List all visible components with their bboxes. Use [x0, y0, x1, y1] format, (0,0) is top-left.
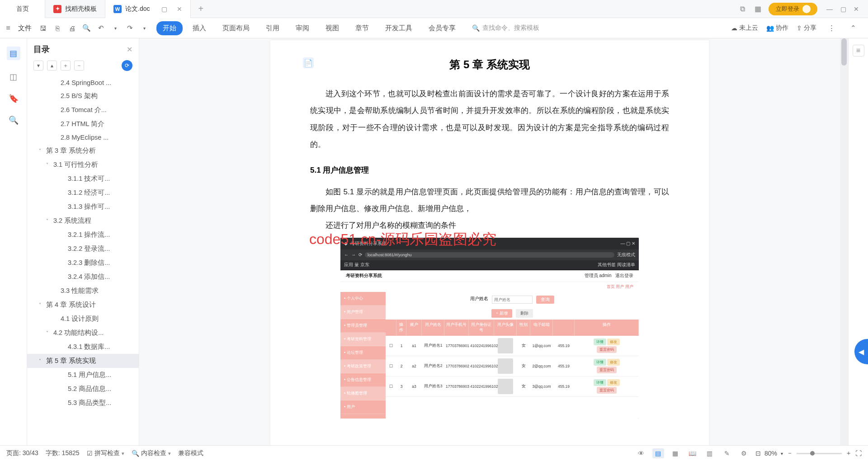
sync-icon[interactable]: ⟳ — [122, 60, 132, 71]
collapse-ribbon-icon[interactable]: ⌃ — [846, 21, 860, 35]
zoom-in-icon[interactable]: ＋ — [845, 449, 852, 457]
print-icon[interactable]: 🖨 — [65, 21, 79, 35]
outline-item[interactable]: 3.2.3 删除信... — [27, 256, 139, 270]
outline-item[interactable]: 3.2.2 登录流... — [27, 242, 139, 256]
bookmark-icon[interactable]: 🔖 — [9, 94, 19, 103]
view-web-icon[interactable]: ▥ — [704, 448, 716, 458]
file-menu[interactable]: 文件 — [14, 24, 35, 33]
preview-icon[interactable]: 🔍 — [80, 21, 93, 35]
cloud-status[interactable]: ☁未上云 — [731, 24, 758, 32]
zoom-slider[interactable] — [797, 453, 842, 454]
document-viewport[interactable]: 📄 第 5 章 系统实现 进入到这个环节，也就可以及时检查出前面设计的需求是否可… — [139, 38, 840, 445]
outline-item[interactable]: 3.2.4 添加信... — [27, 270, 139, 284]
tab-document[interactable]: W 论文.doc ▢ ✕ — [105, 0, 191, 18]
outline-item[interactable]: 3.2.1 操作流... — [27, 228, 139, 242]
ribbon-tab-start[interactable]: 开始 — [156, 21, 183, 35]
close-window-icon[interactable]: ✕ — [851, 5, 862, 13]
sb-words[interactable]: 字数: 15825 — [46, 449, 80, 457]
undo-more-icon[interactable]: ▾ — [108, 21, 122, 35]
outline-item[interactable]: ˅3.1 可行性分析 — [27, 158, 139, 172]
ribbon-tab-insert[interactable]: 插入 — [186, 21, 212, 35]
new-tab-button[interactable]: + — [191, 4, 211, 14]
hamburger-icon[interactable]: ≡ — [3, 24, 14, 32]
share-button[interactable]: ⇪分享 — [797, 24, 816, 32]
outline-item[interactable]: 3.3 性能需求 — [27, 284, 139, 298]
scrollbar-thumb[interactable] — [841, 38, 847, 66]
outline-item[interactable]: 4.1 设计原则 — [27, 312, 139, 326]
view-page-icon[interactable]: ▤ — [652, 448, 664, 458]
outline-item[interactable]: ˅3.2 系统流程 — [27, 214, 139, 228]
zoom-fit-icon[interactable]: ⊡ — [755, 450, 761, 457]
eyecare-icon[interactable]: 👁 — [635, 448, 647, 458]
redo-more-icon[interactable]: ▾ — [137, 21, 151, 35]
outline-item[interactable]: ˅4.2 功能结构设... — [27, 326, 139, 340]
vertical-scrollbar[interactable] — [840, 38, 848, 445]
outline-item[interactable]: ˅第 3 章 系统分析 — [27, 144, 139, 158]
ribbon-tab-dev[interactable]: 开发工具 — [379, 21, 419, 35]
remove-heading-icon[interactable]: － — [74, 61, 84, 71]
ribbon-tab-ref[interactable]: 引用 — [259, 21, 286, 35]
collapse-all-icon[interactable]: ▾ — [33, 61, 43, 71]
add-heading-icon[interactable]: ＋ — [61, 61, 71, 71]
layout-icon[interactable]: ⧉ — [738, 5, 747, 13]
login-button[interactable]: 立即登录 — [769, 3, 817, 15]
maximize-icon[interactable]: ▢ — [838, 5, 849, 13]
outline-icon[interactable]: ▤ — [7, 47, 20, 60]
outline-item[interactable]: 2.8 MyEclipse ... — [27, 131, 139, 144]
view-read-icon[interactable]: 📖 — [687, 448, 698, 458]
tab-present-icon[interactable]: ▢ — [160, 5, 169, 13]
fullscreen-icon[interactable]: ⛶ — [855, 450, 862, 457]
ribbon-tabs: 开始 插入 页面布局 引用 审阅 视图 章节 开发工具 会员专享 — [156, 21, 462, 35]
view-outline-icon[interactable]: ▦ — [670, 448, 681, 458]
zoom-control[interactable]: ⊡ 80% ▾ － ＋ ⛶ — [755, 449, 862, 457]
paragraph-tool-icon[interactable]: 📄 — [303, 57, 314, 68]
save-icon[interactable]: 🖫 — [36, 21, 50, 35]
outline-panel: 目录 ✕ ▾ ▴ ＋ － ⟳ 2.4 SpringBoot ...2.5 B/S… — [27, 38, 139, 445]
emb-main: • 个人中心• 用户管理• 管理员管理• 考研资料管理• 论坛管理• 考研政策管… — [340, 292, 639, 419]
outline-item[interactable]: 2.7 HTML 简介 — [27, 117, 139, 131]
sb-page[interactable]: 页面: 30/43 — [6, 449, 38, 457]
collab-button[interactable]: 👥协作 — [766, 24, 788, 32]
outline-item[interactable]: 5.1 用户信息... — [27, 368, 139, 382]
outline-item[interactable]: 2.5 B/S 架构 — [27, 89, 139, 103]
toolbox-icon[interactable]: ≡ — [853, 45, 864, 56]
tab-template[interactable]: ✦ 找稻壳模板 — [45, 0, 105, 18]
zoom-thumb[interactable] — [810, 451, 815, 456]
sb-content-check[interactable]: 🔍内容检查 — [132, 449, 171, 457]
zoom-out-icon[interactable]: － — [787, 449, 793, 457]
nav-icon[interactable]: ◫ — [9, 72, 19, 82]
outline-item[interactable]: ˅第 4 章 系统设计 — [27, 298, 139, 312]
sb-compat[interactable]: 兼容模式 — [178, 449, 203, 457]
outline-close-icon[interactable]: ✕ — [127, 45, 132, 54]
outline-item[interactable]: 2.4 SpringBoot ... — [27, 76, 139, 89]
find-icon[interactable]: 🔍 — [9, 115, 19, 125]
outline-item[interactable]: ˅第 5 章 系统实现 — [27, 354, 139, 368]
close-icon[interactable]: ✕ — [177, 5, 182, 13]
ribbon-tab-chapter[interactable]: 章节 — [349, 21, 375, 35]
settings-icon[interactable]: ⚙ — [738, 448, 750, 458]
outline-item[interactable]: 4.3.1 数据库... — [27, 340, 139, 354]
ribbon-tab-layout[interactable]: 页面布局 — [216, 21, 256, 35]
outline-item-label: 第 4 章 系统设计 — [46, 301, 96, 309]
more-icon[interactable]: ⋮ — [825, 21, 838, 35]
apps-icon[interactable]: ▦ — [753, 5, 762, 13]
minimize-icon[interactable]: — — [824, 5, 835, 13]
outline-item[interactable]: 5.3 商品类型... — [27, 396, 139, 410]
tab-home[interactable]: 首页 — [0, 0, 45, 18]
right-rail: ≡ — [848, 38, 868, 445]
outline-item[interactable]: 5.2 商品信息... — [27, 382, 139, 396]
sb-spellcheck[interactable]: ☑拼写检查 — [87, 449, 124, 457]
redo-icon[interactable]: ↷ — [123, 21, 137, 35]
outline-item[interactable]: 2.6 Tomcat 介... — [27, 103, 139, 117]
command-search[interactable]: 🔍 查找命令、搜索模板 — [472, 24, 539, 32]
outline-item[interactable]: 3.1.3 操作可... — [27, 200, 139, 214]
expand-all-icon[interactable]: ▴ — [47, 61, 57, 71]
ribbon-tab-member[interactable]: 会员专享 — [422, 21, 462, 35]
export-icon[interactable]: ⎘ — [51, 21, 64, 35]
edit-mode-icon[interactable]: ✎ — [721, 448, 733, 458]
ribbon-tab-review[interactable]: 审阅 — [289, 21, 316, 35]
undo-icon[interactable]: ↶ — [94, 21, 108, 35]
outline-item[interactable]: 3.1.2 经济可... — [27, 186, 139, 200]
ribbon-tab-view[interactable]: 视图 — [319, 21, 345, 35]
outline-item[interactable]: 3.1.1 技术可... — [27, 172, 139, 186]
